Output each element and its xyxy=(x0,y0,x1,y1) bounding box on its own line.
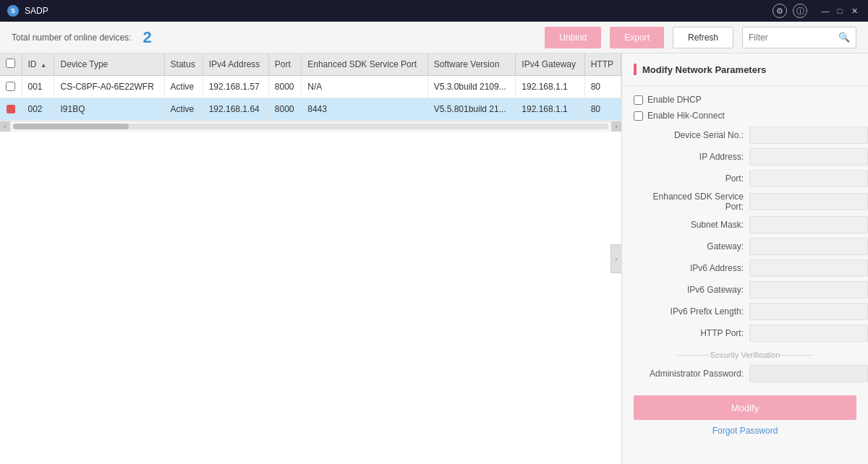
input-http_port[interactable] xyxy=(749,325,868,342)
form-row-ip_address: IP Address: xyxy=(634,148,856,166)
col-gateway[interactable]: IPv4 Gateway xyxy=(516,53,584,75)
main-content: ID ▲ Device Type Status IPv4 Address Por… xyxy=(0,53,868,464)
col-http[interactable]: HTTP xyxy=(584,53,621,75)
row-0-port: 8000 xyxy=(268,75,301,98)
unbind-button[interactable]: Unbind xyxy=(545,27,601,48)
input-enhanced_port[interactable] xyxy=(749,193,868,210)
toolbar: Total number of online devices: 2 Unbind… xyxy=(0,22,868,53)
col-port[interactable]: Port xyxy=(268,53,301,75)
forgot-password-link[interactable]: Forgot Password xyxy=(712,426,778,436)
export-button[interactable]: Export xyxy=(610,27,664,48)
label-subnet_mask: Subnet Mask: xyxy=(634,220,749,230)
admin-password-input[interactable] xyxy=(749,365,868,382)
form-row-http_port: HTTP Port: xyxy=(634,325,856,342)
form-row-ipv6_prefix: IPv6 Prefix Length: xyxy=(634,303,856,320)
label-ipv6_address: IPv6 Address: xyxy=(634,263,749,273)
row-0-check-cell xyxy=(0,75,22,98)
enable-dhcp-row: Enable DHCP xyxy=(634,95,856,105)
label-ipv6_prefix: IPv6 Prefix Length: xyxy=(634,306,749,317)
row-1-device-type: I91BQ xyxy=(54,98,164,120)
row-0-http: 80 xyxy=(584,75,621,98)
enable-dhcp-label: Enable DHCP xyxy=(647,95,702,105)
scroll-track xyxy=(13,124,608,129)
input-ipv6_prefix[interactable] xyxy=(749,303,868,320)
table-row[interactable]: 002I91BQActive192.168.1.6480008443V5.5.8… xyxy=(0,98,621,120)
enable-hikconnect-row: Enable Hik-Connect xyxy=(634,111,856,121)
label-http_port: HTTP Port: xyxy=(634,328,749,338)
search-wrapper: 🔍 xyxy=(742,27,856,48)
horizontal-scrollbar[interactable]: ‹ › xyxy=(0,121,621,132)
input-ipv6_address[interactable] xyxy=(749,259,868,277)
red-indicator xyxy=(7,105,15,113)
select-all-checkbox[interactable] xyxy=(6,59,15,68)
label-device_serial: Device Serial No.: xyxy=(634,130,749,140)
row-1-ipv4: 192.168.1.64 xyxy=(203,98,268,120)
close-button[interactable]: ✕ xyxy=(848,4,861,17)
input-ip_address[interactable] xyxy=(749,148,868,166)
maximize-button[interactable]: □ xyxy=(833,4,846,17)
scroll-right-arrow[interactable]: › xyxy=(611,121,621,132)
window-controls: — □ ✕ xyxy=(819,4,861,17)
right-panel-title: Modify Network Parameters xyxy=(622,53,868,86)
password-row: Administrator Password: xyxy=(634,365,856,382)
device-list-panel: ID ▲ Device Type Status IPv4 Address Por… xyxy=(0,53,622,464)
row-0-status: Active xyxy=(164,75,203,98)
total-label: Total number of online devices: xyxy=(12,33,131,43)
row-1-http: 80 xyxy=(584,98,621,120)
row-0-software: V5.3.0build 2109... xyxy=(427,75,516,98)
form-row-ipv6_gateway: IPv6 Gateway: xyxy=(634,281,856,298)
device-table: ID ▲ Device Type Status IPv4 Address Por… xyxy=(0,53,621,121)
row-0-ipv4: 192.168.1.57 xyxy=(203,75,268,98)
input-port[interactable] xyxy=(749,170,868,187)
col-enhanced-port[interactable]: Enhanced SDK Service Port xyxy=(302,53,427,75)
label-port: Port: xyxy=(634,173,749,184)
label-ipv6_gateway: IPv6 Gateway: xyxy=(634,285,749,295)
row-1-id: 002 xyxy=(22,98,54,120)
info-button[interactable]: ⓘ xyxy=(793,4,807,18)
row-0-checkbox[interactable] xyxy=(6,82,15,91)
vertical-scroll-indicator[interactable]: › xyxy=(610,244,622,273)
enable-hikconnect-label: Enable Hik-Connect xyxy=(647,111,725,121)
row-1-status: Active xyxy=(164,98,203,120)
scroll-left-arrow[interactable]: ‹ xyxy=(0,121,10,132)
right-panel-title-text: Modify Network Parameters xyxy=(642,64,766,75)
input-subnet_mask[interactable] xyxy=(749,216,868,233)
col-id[interactable]: ID ▲ xyxy=(22,53,54,75)
refresh-button[interactable]: Refresh xyxy=(673,27,733,48)
security-verification-label: Security Verification xyxy=(634,351,856,359)
scroll-thumb[interactable] xyxy=(13,124,129,129)
col-checkbox xyxy=(0,53,22,75)
input-gateway[interactable] xyxy=(749,238,868,255)
row-0-enhanced-port: N/A xyxy=(302,75,427,98)
form-row-gateway: Gateway: xyxy=(634,238,856,255)
input-device_serial[interactable] xyxy=(749,126,868,144)
row-1-check-cell xyxy=(0,98,22,120)
network-form: Enable DHCP Enable Hik-Connect Device Se… xyxy=(622,86,868,382)
minimize-button[interactable]: — xyxy=(819,4,832,17)
form-row-ipv6_address: IPv6 Address: xyxy=(634,259,856,277)
enable-dhcp-checkbox[interactable] xyxy=(634,95,643,105)
row-1-port: 8000 xyxy=(268,98,301,120)
form-row-subnet_mask: Subnet Mask: xyxy=(634,216,856,233)
row-1-enhanced-port: 8443 xyxy=(302,98,427,120)
search-icon: 🔍 xyxy=(838,32,850,43)
title-bar: S SADP ⚙ ⓘ — □ ✕ xyxy=(0,0,868,22)
form-row-enhanced_port: Enhanced SDK Service Port: xyxy=(634,192,856,212)
label-gateway: Gateway: xyxy=(634,241,749,252)
settings-button[interactable]: ⚙ xyxy=(773,4,787,18)
table-scroll[interactable]: ID ▲ Device Type Status IPv4 Address Por… xyxy=(0,53,621,121)
col-device-type[interactable]: Device Type xyxy=(54,53,164,75)
col-ipv4[interactable]: IPv4 Address xyxy=(203,53,268,75)
table-row[interactable]: 001CS-C8PF-A0-6E22WFRActive192.168.1.578… xyxy=(0,75,621,98)
form-row-port: Port: xyxy=(634,170,856,187)
input-ipv6_gateway[interactable] xyxy=(749,281,868,298)
form-row-device_serial: Device Serial No.: xyxy=(634,126,856,144)
right-panel: Modify Network Parameters Enable DHCP En… xyxy=(622,53,868,464)
row-0-gateway: 192.168.1.1 xyxy=(516,75,584,98)
modify-button[interactable]: Modify xyxy=(634,395,856,420)
col-status[interactable]: Status xyxy=(164,53,203,75)
row-1-software: V5.5.801build 21... xyxy=(427,98,516,120)
enable-hikconnect-checkbox[interactable] xyxy=(634,111,643,121)
col-software[interactable]: Software Version xyxy=(427,53,516,75)
filter-input[interactable] xyxy=(749,33,835,43)
